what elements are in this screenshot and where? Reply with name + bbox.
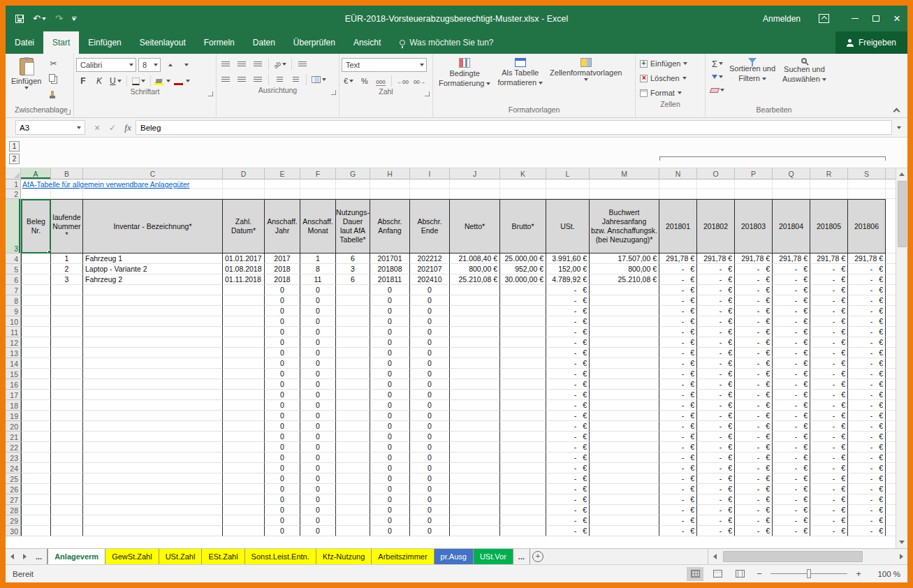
grid-cell[interactable]: -€ (546, 348, 590, 358)
grid-cell[interactable] (223, 484, 265, 494)
grid-cell[interactable]: 4.789,92 € (546, 274, 590, 285)
column-header-M[interactable]: M (590, 168, 659, 179)
column-header-J[interactable]: J (450, 168, 500, 179)
grid-cell[interactable]: Anschaff. Jahr (265, 199, 300, 253)
row-header-17[interactable]: 17 (6, 390, 21, 400)
grid-cell[interactable]: 0 (300, 411, 336, 421)
grid-cell[interactable]: 0 (265, 411, 300, 421)
grid-cell[interactable]: 0 (300, 526, 336, 536)
grid-cell[interactable] (21, 379, 51, 390)
hyperlink-afa-tabelle[interactable]: AfA-Tabelle für allgemein verwendbare An… (22, 180, 189, 189)
grid-cell[interactable]: 0 (265, 484, 300, 494)
grid-cell[interactable]: -€ (773, 369, 810, 379)
row-header-19[interactable]: 19 (6, 411, 21, 421)
grid-cell[interactable]: 0 (265, 453, 300, 463)
grid-cell[interactable]: -€ (735, 348, 773, 358)
row-header-3[interactable]: 3 (6, 199, 21, 253)
save-button[interactable] (15, 15, 24, 23)
grid-cell[interactable]: -€ (773, 264, 810, 274)
grid-cell[interactable]: -€ (735, 337, 773, 348)
insert-function-button[interactable]: fx (120, 120, 136, 135)
grid-cell[interactable]: 0 (265, 358, 300, 369)
grid-cell[interactable]: -€ (810, 295, 848, 306)
grid-cell[interactable] (810, 189, 848, 199)
grid-cell[interactable]: -€ (848, 369, 886, 379)
grid-cell[interactable] (336, 189, 370, 199)
grid-cell[interactable] (21, 432, 51, 442)
grid-cell[interactable]: 0 (410, 494, 450, 505)
grid-cell[interactable]: 0 (410, 432, 450, 442)
grid-cell[interactable]: -€ (697, 453, 735, 463)
horizontal-scrollbar[interactable] (708, 549, 907, 564)
grid-cell[interactable]: -€ (546, 484, 590, 494)
grid-cell[interactable]: -€ (810, 306, 848, 316)
grid-cell[interactable]: -€ (697, 306, 735, 316)
grid-cell[interactable] (773, 189, 810, 199)
grid-cell[interactable]: -€ (659, 442, 697, 453)
grid-cell[interactable]: 01.01.2017 (223, 253, 265, 264)
grid-cell[interactable] (500, 390, 546, 400)
grid-cell[interactable] (500, 473, 546, 484)
grid-cell[interactable]: -€ (659, 463, 697, 473)
grid-cell[interactable] (223, 442, 265, 453)
column-header-A[interactable]: A (21, 168, 51, 179)
grid-cell[interactable] (265, 179, 300, 189)
grid-cell[interactable] (21, 189, 51, 199)
grid-cell[interactable]: 2018 (265, 274, 300, 285)
grid-cell[interactable] (500, 295, 546, 306)
grid-cell[interactable]: -€ (810, 390, 848, 400)
grid-cell[interactable]: -€ (659, 327, 697, 337)
row-header-25[interactable]: 25 (6, 473, 21, 484)
row-header-24[interactable]: 24 (6, 463, 21, 473)
grid-cell[interactable]: 291,78 € (659, 253, 697, 264)
grid-cell[interactable] (590, 189, 659, 199)
grid-cell[interactable] (590, 494, 659, 505)
grid-cell[interactable]: 0 (265, 463, 300, 473)
ribbon-display-options-icon[interactable] (819, 14, 829, 23)
grid-cell[interactable] (450, 453, 500, 463)
name-box[interactable]: A3 (15, 120, 85, 135)
grid-cell[interactable]: -€ (546, 473, 590, 484)
row-header-7[interactable]: 7 (6, 285, 21, 295)
grid-cell[interactable]: -€ (773, 473, 810, 484)
grid-cell[interactable]: Brutto* (500, 199, 546, 253)
grid-cell[interactable]: -€ (773, 285, 810, 295)
hscroll-right-button[interactable] (895, 554, 907, 559)
grid-cell[interactable]: -€ (773, 494, 810, 505)
grid-cell[interactable] (223, 463, 265, 473)
grid-cell[interactable] (336, 526, 370, 536)
grid-cell[interactable]: -€ (810, 494, 848, 505)
grid-cell[interactable]: 0 (265, 316, 300, 327)
grid-cell[interactable]: -€ (735, 442, 773, 453)
grid-cell[interactable] (848, 179, 886, 189)
grid-cell[interactable] (590, 411, 659, 421)
grid-cell[interactable]: 0 (300, 473, 336, 484)
row-header-22[interactable]: 22 (6, 442, 21, 453)
grid-cell[interactable]: 25.210,08 € (450, 274, 500, 285)
grid-cell[interactable] (590, 473, 659, 484)
grid-cell[interactable] (21, 453, 51, 463)
underline-button[interactable]: U (108, 75, 123, 87)
grid-cell[interactable] (223, 179, 265, 189)
grid-cell[interactable]: -€ (735, 358, 773, 369)
ribbon-tab-überprüfen[interactable]: Überprüfen (284, 31, 344, 54)
grid-cell[interactable]: -€ (697, 274, 735, 285)
grid-cell[interactable]: -€ (735, 295, 773, 306)
grid-cell[interactable]: Fahrzeug 2 (83, 274, 223, 285)
grid-cell[interactable] (21, 295, 51, 306)
grid-cell[interactable] (590, 316, 659, 327)
grid-cell[interactable] (659, 189, 697, 199)
grid-cell[interactable]: -€ (848, 526, 886, 536)
align-middle-button[interactable] (235, 58, 249, 71)
grid-cell[interactable] (336, 515, 370, 526)
grid-cell[interactable] (336, 505, 370, 515)
grid-cell[interactable] (450, 526, 500, 536)
grid-cell[interactable] (500, 463, 546, 473)
grid-cell[interactable]: -€ (735, 421, 773, 432)
grid-cell[interactable] (450, 358, 500, 369)
grid-cell[interactable]: 0 (300, 463, 336, 473)
ribbon-tab-einfügen[interactable]: Einfügen (79, 31, 130, 54)
grid-cell[interactable]: 800,00 € (590, 264, 659, 274)
row-header-11[interactable]: 11 (6, 327, 21, 337)
grid-cell[interactable]: 11 (300, 274, 336, 285)
